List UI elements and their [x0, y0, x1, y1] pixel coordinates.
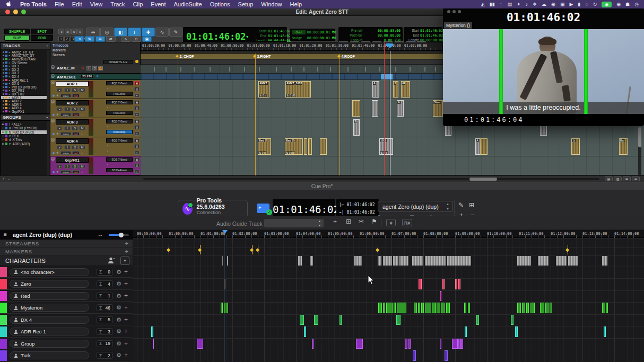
app-icon-1[interactable]: ◭ — [481, 2, 485, 7]
track-name-plate[interactable]: ADR 3 — [56, 119, 89, 125]
cue-clip-mysterion[interactable] — [602, 303, 605, 313]
character-name-field[interactable]: DX 4 — [10, 316, 89, 324]
insert-slot-1[interactable]: EQ3 7-Band — [106, 100, 133, 104]
character-row-adr-rec-1[interactable]: ADR Rec 1Σ3⚙+ — [0, 326, 133, 338]
clip-bad-gi[interactable]: Bad Gi⇅ 0 dB — [285, 138, 303, 155]
menu-item-pro-tools[interactable]: Pro Tools — [20, 1, 47, 7]
app-icon-3[interactable]: ∴ — [500, 2, 503, 7]
counter-dropdown-icon[interactable]: ▾ — [246, 34, 248, 39]
track-i-button[interactable]: I — [64, 88, 71, 92]
elastic-audio-icon[interactable]: ◉ — [53, 170, 55, 173]
number-button[interactable]: # — [386, 219, 396, 226]
cue-clip-mysterion[interactable] — [378, 303, 382, 313]
ruler-row-label-markers[interactable]: Markers — [53, 48, 66, 52]
playhead-marker[interactable] — [386, 43, 393, 50]
warp-icon[interactable]: ✱ — [56, 132, 58, 135]
insert-slot-1[interactable]: EQ3 7-Band — [106, 157, 133, 162]
level-icon[interactable]: ⟂ — [81, 170, 83, 174]
menu-item-event[interactable]: Event — [151, 1, 166, 7]
character-settings-icon[interactable]: ⚙ — [116, 304, 121, 311]
character-row-red[interactable]: RedΣ1⚙+ — [0, 290, 133, 302]
add-marker-button[interactable]: + — [125, 248, 128, 254]
cue-marker-diamond[interactable]: ◆ — [376, 247, 379, 252]
character-settings-icon[interactable]: ⚙ — [116, 328, 121, 335]
clip[interactable] — [304, 138, 307, 155]
track-header-adr-2[interactable]: ◎ADR 2▾●ISM◉✱wavered⟂EQ3 7-BandProComp▣▥… — [50, 99, 141, 118]
character-count-field[interactable]: Σ46 — [97, 304, 113, 311]
split-cue-button[interactable]: ✂ — [359, 218, 364, 225]
cue-clip-red[interactable] — [440, 291, 441, 302]
playlist-chip[interactable]: red — [72, 170, 80, 174]
insert-slot-3[interactable]: ProComp — [106, 130, 133, 134]
comp-button[interactable]: ▥ — [134, 144, 140, 148]
track-freeze-button[interactable]: ◎ — [51, 74, 55, 78]
mode-slip-button[interactable]: SLIP — [4, 35, 30, 41]
track-m-button[interactable]: M — [79, 107, 85, 111]
insert-slot-2[interactable] — [106, 163, 133, 167]
level-icon[interactable]: ⟂ — [81, 132, 83, 136]
cue-clip-group[interactable] — [356, 339, 363, 349]
cue-marker-diamond[interactable]: ◆ — [565, 247, 569, 252]
track-visibility-dot[interactable] — [3, 111, 4, 112]
track-header-adr-4[interactable]: ◎ADR 4▾●ISM◉✱wavered⟂EQ3 7-Band▣▥+ — [50, 137, 141, 156]
input-monitor-button[interactable]: ▣ — [134, 157, 140, 162]
menu-item-window[interactable]: Window — [261, 1, 282, 7]
ruler-row-label-timecode[interactable]: Timecode — [53, 43, 68, 47]
character-count-field[interactable]: Σ2 — [97, 352, 113, 359]
group-item-a[interactable]: aPrd DX (Prd DX) — [1, 126, 47, 130]
track-visibility-dot[interactable] — [3, 86, 4, 88]
clip-a[interactable]: A — [397, 100, 404, 117]
zoom-slider-knob[interactable] — [119, 233, 124, 237]
add-line-button[interactable]: + — [124, 351, 128, 359]
waveform-view-chip[interactable]: wave — [60, 170, 71, 174]
session-select[interactable]: agent Zero (dup) (dup) ▲▼ — [378, 201, 453, 212]
sync-status-icon[interactable]: ↻ — [593, 2, 597, 7]
cue-clip-adr-rec-1[interactable] — [515, 326, 518, 337]
zoom-arrow-button[interactable]: ≋ — [71, 29, 77, 34]
track-list-item-adr-3[interactable]: ►ADR 3 — [1, 103, 47, 107]
track-i-button[interactable]: I — [86, 66, 91, 70]
zoom-arrow-button[interactable]: ◂ — [58, 29, 64, 34]
character-count-field[interactable]: Σ1 — [97, 293, 113, 299]
track-freeze-button[interactable]: ◎ — [51, 119, 55, 122]
playlist-chip[interactable]: red — [72, 94, 80, 98]
search-icon[interactable]: ◌ — [585, 2, 588, 7]
menu-item-options[interactable]: Options — [210, 1, 230, 7]
track-i-button[interactable]: I — [64, 145, 71, 149]
tab-to-transient-button[interactable]: ⇥ — [74, 36, 84, 42]
cue-clip-group[interactable] — [312, 339, 314, 349]
add-line-button[interactable]: + — [124, 304, 128, 311]
character-count-field[interactable]: Σ0 — [97, 269, 113, 276]
user-icon[interactable]: ☗ — [625, 2, 630, 7]
track-visibility-dot[interactable] — [3, 107, 4, 109]
cue-clip-mysterion[interactable] — [545, 303, 549, 313]
app-icon-4[interactable]: ▤ — [507, 2, 512, 7]
add-line-button[interactable]: + — [124, 340, 128, 347]
track-visibility-dot[interactable] — [3, 83, 4, 84]
cue-clip-mysterion[interactable] — [606, 303, 608, 313]
video-engine-icon[interactable]: ✳ — [96, 74, 99, 78]
grid-value-chip[interactable]: Grid — [292, 30, 306, 34]
add-streamer-button[interactable]: + — [125, 240, 128, 246]
apple-icon[interactable] — [6, 1, 12, 7]
cue-clip-dx-4[interactable] — [476, 315, 479, 325]
add-insert-button[interactable]: + — [134, 131, 140, 136]
track-list-item-adr-1[interactable]: ►ADR 1 — [1, 96, 47, 100]
character-name-field[interactable]: Zero — [10, 280, 89, 288]
cue-pro-titlebar[interactable]: Cue Pro* — [0, 183, 644, 190]
waveform-view-chip[interactable]: wave — [60, 94, 71, 98]
group-item-c[interactable]: cPFX — [1, 134, 47, 138]
insert-slot-3[interactable]: ProComp — [106, 92, 133, 96]
character-row-group[interactable]: GroupΣ19⚙+ — [0, 338, 133, 350]
add-insert-button[interactable]: + — [134, 170, 140, 174]
edit-hscrollbar[interactable] — [143, 178, 599, 180]
app-icon-2[interactable]: ▮▮ — [490, 2, 495, 7]
cue-clip-mysterion[interactable] — [386, 303, 393, 313]
zoom-arrow-button[interactable]: ≋ — [65, 29, 71, 34]
track-i-button[interactable]: I — [64, 126, 71, 130]
record-enable-button[interactable]: ● — [57, 145, 62, 149]
character-row-zero[interactable]: ZeroΣ4⚙+ — [0, 278, 133, 290]
add-cue-button[interactable]: + — [333, 218, 337, 225]
tracks-panel-menu-icon[interactable]: ◒ — [46, 43, 48, 47]
duplicate-button[interactable]: ⊞ — [469, 201, 474, 209]
